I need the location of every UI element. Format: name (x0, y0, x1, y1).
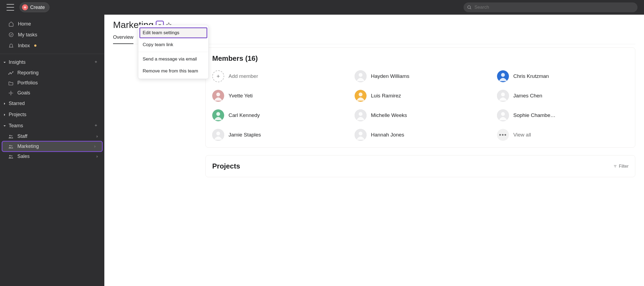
view-all-members-button[interactable]: •••View all (497, 129, 629, 141)
members-card: Members (16) Add memberHayden WilliamsCh… (205, 47, 635, 148)
avatar (212, 109, 224, 121)
add-member-button[interactable]: Add member (212, 70, 344, 82)
sidebar-team-staff[interactable]: Staff (0, 131, 104, 141)
people-icon (8, 134, 14, 139)
divider (138, 52, 208, 52)
sidebar-item-label: Reporting (17, 70, 39, 76)
caret-right-icon (3, 113, 6, 116)
member-item[interactable]: Michelle Weeks (355, 109, 486, 121)
svg-point-28 (359, 93, 362, 96)
member-item[interactable]: Jamie Staples (212, 129, 344, 141)
search-icon (467, 5, 472, 10)
members-card-title: Members (16) (212, 54, 258, 63)
nav-my-tasks[interactable]: My tasks (0, 29, 104, 40)
avatar (355, 90, 367, 102)
create-button[interactable]: + Create (20, 2, 49, 12)
projects-card-title: Projects (212, 162, 240, 170)
sidebar-item-reporting[interactable]: Reporting (0, 68, 104, 78)
member-item[interactable]: Hayden Williams (355, 70, 486, 82)
avatar (355, 70, 367, 82)
svg-point-36 (501, 112, 505, 116)
member-name: Michelle Weeks (371, 112, 407, 118)
svg-point-30 (501, 93, 505, 96)
sidebar-item-goals[interactable]: Goals (0, 88, 104, 98)
menu-toggle-button[interactable] (7, 4, 14, 11)
search-input[interactable] (464, 2, 637, 12)
sidebar: Home My tasks Inbox Insights (0, 15, 104, 286)
member-item[interactable]: Luis Ramirez (355, 90, 486, 102)
topbar: + Create (0, 0, 644, 15)
sidebar-item-label: Sales (17, 154, 30, 159)
svg-point-40 (359, 132, 362, 135)
add-insight-button[interactable] (94, 60, 99, 65)
filter-button[interactable]: Filter (613, 164, 629, 169)
svg-point-13 (11, 135, 12, 136)
menu-remove-me[interactable]: Remove me from this team (138, 65, 208, 77)
nav-my-tasks-label: My tasks (18, 32, 37, 38)
sidebar-item-label: Goals (17, 90, 30, 96)
svg-point-15 (11, 145, 12, 146)
inbox-unread-dot (34, 45, 36, 47)
menu-edit-team-settings[interactable]: Edit team settings (139, 27, 207, 38)
view-all-label: View all (513, 132, 531, 138)
member-item[interactable]: James Chen (497, 90, 629, 102)
svg-point-17 (11, 155, 12, 156)
sidebar-team-sales[interactable]: Sales (0, 151, 104, 161)
sidebar-item-label: Marketing (17, 144, 39, 149)
avatar (355, 129, 367, 141)
bell-icon (8, 43, 14, 49)
sidebar-item-label: Portfolios (17, 80, 38, 86)
section-starred[interactable]: Starred (0, 98, 104, 109)
avatar (212, 90, 224, 102)
avatar (355, 109, 367, 121)
plus-icon: + (22, 4, 28, 10)
section-starred-label: Starred (9, 101, 25, 106)
svg-point-12 (9, 135, 11, 136)
section-teams[interactable]: Teams (0, 120, 104, 131)
nav-inbox-label: Inbox (18, 43, 30, 49)
member-item[interactable]: Sophie Chambe… (497, 109, 629, 121)
check-circle-icon (8, 32, 14, 38)
menu-send-message-email[interactable]: Send a message via email (138, 53, 208, 65)
member-item[interactable]: Carl Kennedy (212, 109, 344, 121)
sidebar-item-portfolios[interactable]: Portfolios (0, 78, 104, 88)
projects-card: Projects Filter (205, 155, 635, 177)
section-insights-label: Insights (9, 59, 26, 65)
member-name: Yvette Yeti (229, 93, 253, 99)
nav-inbox[interactable]: Inbox (0, 40, 104, 51)
member-name: James Chen (513, 93, 542, 99)
member-name: Hannah Jones (371, 132, 404, 138)
member-name: Carl Kennedy (229, 112, 260, 118)
svg-point-24 (501, 73, 505, 77)
member-name: Hayden Williams (371, 73, 409, 79)
nav-home[interactable]: Home (0, 18, 104, 29)
member-item[interactable]: Yvette Yeti (212, 90, 344, 102)
filter-label: Filter (619, 164, 629, 169)
svg-point-26 (216, 93, 220, 96)
filter-icon (613, 164, 617, 168)
divider (0, 54, 104, 54)
avatar (497, 70, 509, 82)
sidebar-team-marketing[interactable]: Marketing (2, 141, 102, 151)
section-projects[interactable]: Projects (0, 109, 104, 120)
add-team-button[interactable] (94, 123, 99, 128)
create-button-label: Create (30, 5, 45, 10)
tab-overview[interactable]: Overview (113, 34, 133, 44)
section-teams-label: Teams (9, 123, 23, 129)
chevron-right-icon (96, 135, 99, 138)
member-item[interactable]: Chris Krutzman (497, 70, 629, 82)
avatar (212, 129, 224, 141)
chevron-right-icon (96, 155, 99, 158)
target-icon (8, 90, 14, 96)
nav-home-label: Home (18, 21, 31, 27)
section-insights[interactable]: Insights (0, 57, 104, 68)
svg-point-32 (216, 112, 220, 116)
caret-right-icon (3, 102, 6, 105)
team-actions-menu: Edit team settings Copy team link Send a… (138, 25, 209, 79)
member-item[interactable]: Hannah Jones (355, 129, 486, 141)
menu-copy-team-link[interactable]: Copy team link (138, 39, 208, 51)
svg-point-14 (9, 145, 11, 146)
chevron-right-icon (93, 145, 97, 148)
caret-down-icon (3, 61, 6, 64)
avatar (497, 90, 509, 102)
